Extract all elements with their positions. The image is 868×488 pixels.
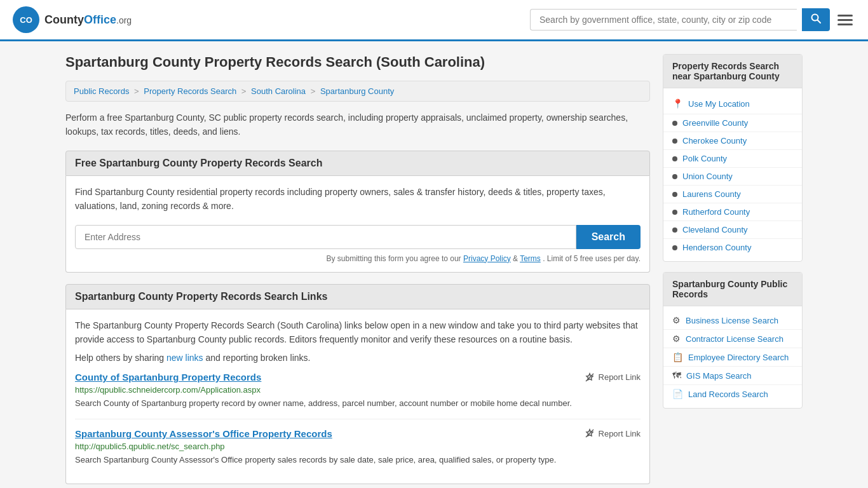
dot-icon (672, 245, 677, 250)
share-links: Help others by sharing new links and rep… (75, 353, 641, 363)
dot-icon (672, 174, 677, 179)
dot-icon (672, 121, 677, 126)
page-title: Spartanburg County Property Records Sear… (65, 54, 650, 71)
form-disclaimer: By submitting this form you agree to our… (75, 254, 641, 263)
svg-text:CO: CO (20, 15, 32, 25)
gear-icon: ⚙ (672, 334, 681, 344)
dot-icon (672, 210, 677, 215)
breadcrumb-spartanburg[interactable]: Spartanburg County (320, 86, 394, 96)
sidebar-county-union[interactable]: Union County (663, 168, 802, 186)
sidebar-county-rutherford[interactable]: Rutherford County (663, 203, 802, 221)
logo-icon: CO (13, 6, 39, 33)
sidebar-county-cleveland[interactable]: Cleveland County (663, 221, 802, 239)
intro-description: Perform a free Spartanburg County, SC pu… (65, 111, 650, 139)
resource-url-1: https://qpublic.schneidercorp.com/Applic… (75, 385, 641, 395)
address-search-button[interactable]: Search (576, 225, 641, 249)
header-search-input[interactable] (530, 9, 797, 30)
hamburger-line (837, 19, 853, 21)
breadcrumb: Public Records > Property Records Search… (65, 81, 650, 102)
free-search-section: Find Spartanburg County residential prop… (65, 176, 650, 273)
breadcrumb-sep: > (134, 86, 141, 96)
use-location-item[interactable]: 📍 Use My Location (663, 93, 802, 114)
sidebar-county-greenville[interactable]: Greenville County (663, 114, 802, 132)
terms-link[interactable]: Terms (520, 254, 541, 263)
dot-icon (672, 227, 677, 233)
links-section-body: The Spartanburg County Property Records … (65, 309, 650, 485)
sidebar-county-henderson[interactable]: Henderson County (663, 239, 802, 256)
resource-header: Spartanburg County Assessor's Office Pro… (75, 428, 641, 439)
employee-directory-item[interactable]: 📋 Employee Directory Search (663, 348, 802, 367)
map-icon: 🗺 (672, 370, 681, 381)
breadcrumb-sep: > (311, 86, 318, 96)
contractor-license-item[interactable]: ⚙ Contractor License Search (663, 330, 802, 348)
dot-icon (672, 156, 677, 161)
breadcrumb-public-records[interactable]: Public Records (74, 86, 129, 96)
report-icon (585, 428, 595, 438)
hamburger-line (837, 24, 853, 25)
sidebar: Property Records Search near Spartanburg… (663, 54, 803, 488)
resource-desc-1: Search County of Spartanburg property re… (75, 397, 641, 410)
new-links-link[interactable]: new links (166, 353, 203, 363)
public-records-section: Spartanburg County Public Records ⚙ Busi… (663, 272, 803, 409)
logo-text: CountyOffice.org (44, 13, 132, 27)
document-icon: 📄 (672, 389, 683, 399)
resource-title-1[interactable]: County of Spartanburg Property Records (75, 372, 261, 383)
site-header: CO CountyOffice.org (0, 0, 868, 41)
business-license-item[interactable]: ⚙ Business License Search (663, 311, 802, 330)
sidebar-county-cherokee[interactable]: Cherokee County (663, 132, 802, 150)
dot-icon (672, 139, 677, 144)
address-input[interactable] (75, 225, 576, 249)
content-area: Spartanburg County Property Records Sear… (65, 54, 650, 488)
resource-url-2: http://qpublic5.qpublic.net/sc_search.ph… (75, 442, 641, 451)
nearby-links: 📍 Use My Location Greenville County Cher… (663, 88, 802, 261)
breadcrumb-sep: > (241, 86, 248, 96)
free-search-description: Find Spartanburg County residential prop… (75, 185, 641, 214)
report-icon (585, 372, 595, 383)
gear-icon: ⚙ (672, 315, 681, 325)
nearby-heading: Property Records Search near Spartanburg… (663, 55, 802, 88)
sidebar-county-laurens[interactable]: Laurens County (663, 186, 802, 203)
privacy-policy-link[interactable]: Privacy Policy (463, 254, 511, 263)
land-records-item[interactable]: 📄 Land Records Search (663, 385, 802, 403)
hamburger-menu-button[interactable] (835, 12, 855, 28)
hamburger-line (837, 15, 853, 17)
public-records-links: ⚙ Business License Search ⚙ Contractor L… (663, 306, 802, 408)
location-pin-icon: 📍 (672, 98, 683, 109)
resource-desc-2: Search Spartanburg County Assessor's Off… (75, 454, 641, 466)
report-link-button-2[interactable]: Report Link (585, 428, 641, 438)
dot-icon (672, 192, 677, 197)
main-wrapper: Spartanburg County Property Records Sear… (53, 41, 815, 488)
list-icon: 📋 (672, 352, 683, 362)
sidebar-county-polk[interactable]: Polk County (663, 150, 802, 168)
gis-maps-item[interactable]: 🗺 GIS Maps Search (663, 367, 802, 385)
public-records-heading: Spartanburg County Public Records (663, 273, 802, 306)
breadcrumb-property-records[interactable]: Property Records Search (144, 86, 236, 96)
nearby-section: Property Records Search near Spartanburg… (663, 54, 803, 262)
links-section-heading: Spartanburg County Property Records Sear… (65, 284, 650, 309)
report-link-button-1[interactable]: Report Link (585, 372, 641, 383)
header-search-button[interactable] (802, 8, 830, 31)
free-search-heading: Free Spartanburg County Property Records… (65, 151, 650, 176)
resource-header: County of Spartanburg Property Records R… (75, 372, 641, 383)
links-description: The Spartanburg County Property Records … (75, 318, 641, 347)
use-location-link[interactable]: Use My Location (688, 99, 750, 109)
svg-line-3 (818, 20, 821, 24)
resource-title-2[interactable]: Spartanburg County Assessor's Office Pro… (75, 428, 332, 439)
address-search-row: Search (75, 225, 641, 249)
resource-item: County of Spartanburg Property Records R… (75, 363, 641, 419)
breadcrumb-south-carolina[interactable]: South Carolina (251, 86, 306, 96)
resource-item: Spartanburg County Assessor's Office Pro… (75, 419, 641, 475)
logo[interactable]: CO CountyOffice.org (13, 6, 132, 33)
header-search-container (530, 8, 855, 31)
